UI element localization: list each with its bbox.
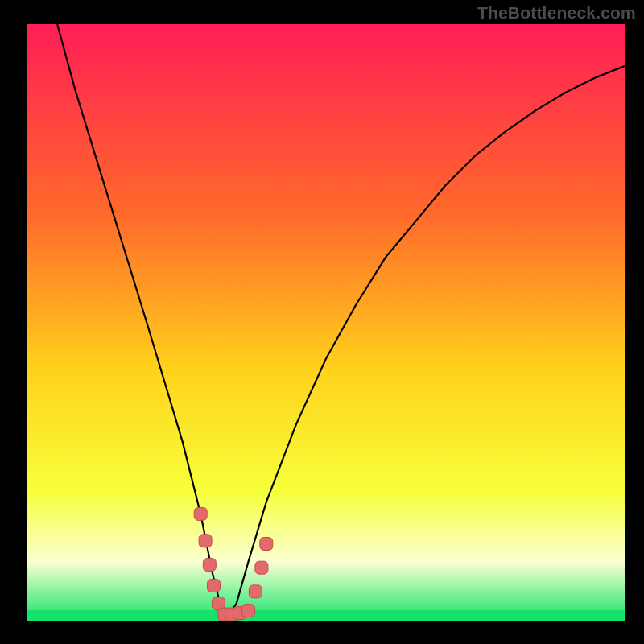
marker-point xyxy=(260,538,273,551)
watermark-text: TheBottleneck.com xyxy=(477,3,636,23)
marker-point xyxy=(199,535,212,547)
plot-area xyxy=(27,24,625,621)
marker-point xyxy=(242,605,255,617)
marker-point xyxy=(208,580,221,592)
marker-point xyxy=(203,559,216,572)
bottom-green-strip xyxy=(27,610,625,621)
marker-point xyxy=(194,507,207,520)
marker-point xyxy=(255,561,268,574)
chart-stage: TheBottleneck.com xyxy=(0,0,644,644)
marker-point xyxy=(249,585,262,598)
bottleneck-chart xyxy=(0,0,644,644)
